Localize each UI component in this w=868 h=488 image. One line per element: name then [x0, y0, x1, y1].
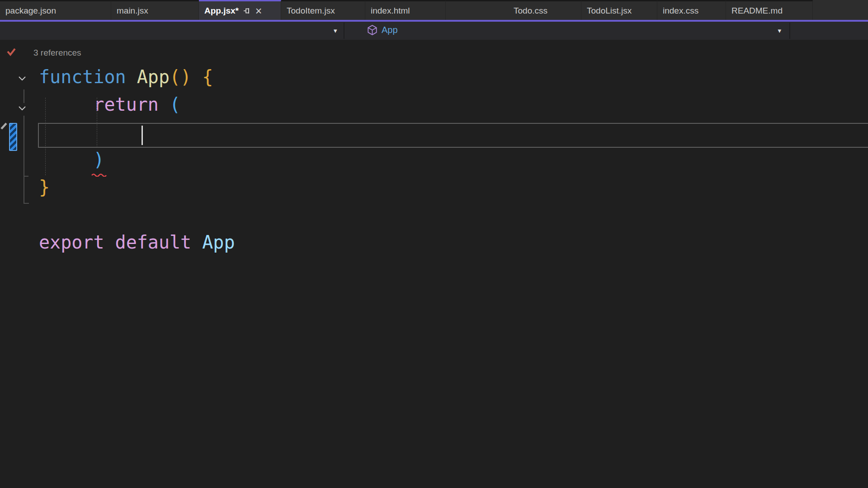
- code-token: App: [202, 232, 235, 253]
- code-token: [39, 94, 93, 115]
- code-token: function: [39, 66, 137, 87]
- current-line-highlight: [38, 123, 868, 148]
- code-token: export: [39, 232, 104, 253]
- code-token: default: [115, 232, 192, 253]
- code-line[interactable]: }: [0, 174, 868, 201]
- change-tracking-indicator: [9, 123, 17, 151]
- fold-line: [24, 89, 24, 103]
- editor-area[interactable]: 3 references function App() { return ( )…: [0, 46, 868, 488]
- chevron-down-icon[interactable]: ▾: [334, 27, 337, 35]
- tab-app-jsx[interactable]: App.jsx*×: [199, 0, 281, 20]
- code-token: return: [93, 94, 159, 115]
- tab-readme-md[interactable]: README.md: [726, 0, 813, 20]
- tab-todo-css[interactable]: Todo.css: [446, 0, 581, 20]
- code-content: function App() { return ( )}export defau…: [0, 63, 868, 256]
- code-line[interactable]: function App() {: [0, 63, 868, 91]
- code-line[interactable]: [0, 201, 868, 229]
- edit-pencil-icon: [0, 122, 8, 130]
- tab-index-css[interactable]: index.css: [657, 0, 726, 20]
- error-squiggle: [91, 173, 108, 177]
- tab-label: index.html: [371, 6, 410, 16]
- codelens-references[interactable]: 3 references: [33, 46, 868, 63]
- chevron-down-icon[interactable]: ▾: [778, 27, 781, 35]
- text-caret: [142, 126, 143, 145]
- code-line[interactable]: export default App: [0, 229, 868, 256]
- code-token: ): [93, 149, 104, 170]
- navigation-bar: ▾ App ▾: [0, 22, 868, 40]
- tab-label: index.css: [663, 6, 698, 16]
- tab-todolist-jsx[interactable]: TodoList.jsx: [581, 0, 657, 20]
- tab-label: TodoList.jsx: [587, 6, 632, 16]
- code-token: () {: [170, 66, 213, 87]
- tab-label: Todo.css: [514, 6, 547, 16]
- code-token: [39, 149, 93, 170]
- fold-line: [24, 116, 24, 203]
- navbar-member-dropdown[interactable]: App ▾: [344, 23, 789, 39]
- tab-package-json[interactable]: package.json: [0, 0, 111, 20]
- margin-red-mark: [7, 48, 16, 56]
- code-line[interactable]: return (: [0, 91, 868, 118]
- fold-end-tick: [24, 203, 29, 204]
- tab-label: README.md: [731, 6, 783, 16]
- navbar-member-label: App: [382, 25, 398, 35]
- code-token: App: [137, 66, 170, 87]
- fold-chevron-icon[interactable]: [18, 106, 26, 111]
- tab-main-jsx[interactable]: main.jsx: [111, 0, 199, 20]
- fold-chevron-icon[interactable]: [18, 76, 26, 81]
- tab-label: package.json: [5, 6, 56, 16]
- navbar-separator: [789, 23, 790, 39]
- code-line[interactable]: ): [0, 146, 868, 174]
- code-token: (: [170, 94, 180, 115]
- code-token: [104, 232, 115, 253]
- navbar-project-dropdown[interactable]: ▾: [0, 23, 344, 39]
- tab-index-html[interactable]: index.html: [365, 0, 446, 20]
- tab-todoitem-jsx[interactable]: TodoItem.jsx: [281, 0, 365, 20]
- fold-end-tick: [24, 176, 28, 177]
- tab-label: main.jsx: [117, 6, 148, 16]
- pin-icon[interactable]: [241, 5, 252, 16]
- tab-label: TodoItem.jsx: [287, 6, 335, 16]
- tab-label: App.jsx*: [204, 6, 239, 16]
- code-token: [159, 94, 170, 115]
- code-token: }: [39, 177, 50, 197]
- cube-icon: [367, 25, 377, 35]
- tab-bar: package.jsonmain.jsxApp.jsx*×TodoItem.js…: [0, 0, 868, 20]
- code-token: [191, 232, 202, 253]
- close-icon[interactable]: ×: [253, 5, 264, 16]
